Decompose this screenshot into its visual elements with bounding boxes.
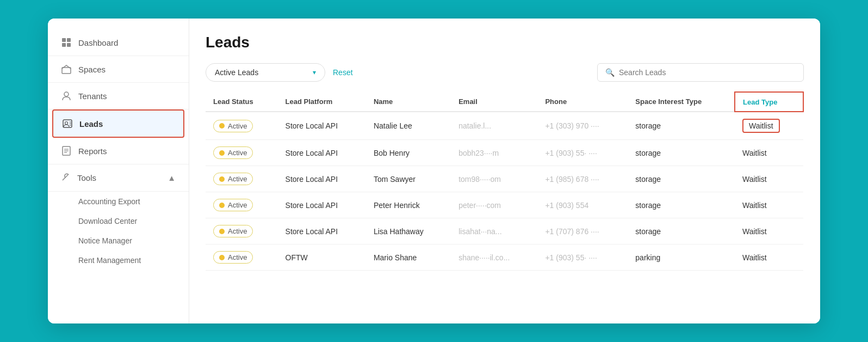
cell-name: Bob Henry xyxy=(366,140,451,166)
status-badge: Active xyxy=(213,120,253,132)
status-badge: Active xyxy=(213,199,253,211)
cell-platform: Store Local API xyxy=(278,166,366,192)
sidebar-item-leads-label: Leads xyxy=(79,119,103,129)
status-dot-icon xyxy=(219,255,225,260)
cell-lead-type: Waitlist xyxy=(735,192,803,218)
lead-type-waitlist-highlighted: Waitlist xyxy=(742,119,780,133)
status-dot-icon xyxy=(219,176,225,182)
status-badge: Active xyxy=(213,146,253,159)
search-icon: 🔍 xyxy=(605,68,615,77)
table-row[interactable]: ActiveStore Local APIPeter Henrickpeter·… xyxy=(206,192,803,218)
sidebar-item-dashboard[interactable]: Dashboard xyxy=(48,29,189,56)
cell-phone: +1 (903) 554 xyxy=(537,192,628,218)
cell-lead-type: Waitlist xyxy=(735,218,803,245)
page-title: Leads xyxy=(206,34,804,51)
table-row[interactable]: ActiveStore Local APITom Sawyertom98····… xyxy=(206,166,803,192)
cell-email: tom98·····om xyxy=(451,166,537,192)
cell-lead-type: Waitlist xyxy=(735,140,803,166)
status-badge: Active xyxy=(213,173,253,185)
cell-status: Active xyxy=(206,218,278,245)
cell-phone: +1 (707) 876 ···· xyxy=(537,218,628,245)
status-dot-icon xyxy=(219,203,225,208)
cell-phone: +1 (985) 678 ···· xyxy=(537,166,628,192)
search-input[interactable] xyxy=(619,68,796,77)
svg-point-7 xyxy=(65,122,68,125)
status-badge: Active xyxy=(213,251,253,264)
cell-email: peter·····com xyxy=(451,192,537,218)
sidebar-item-tools[interactable]: Tools ▲ xyxy=(48,164,189,192)
status-dot-icon xyxy=(219,150,225,156)
cell-space-type: storage xyxy=(628,112,735,140)
sidebar-sub-rent[interactable]: Rent Management xyxy=(48,251,189,270)
sidebar-item-dashboard-label: Dashboard xyxy=(78,38,118,47)
status-dot-icon xyxy=(219,123,225,129)
svg-rect-0 xyxy=(62,38,66,42)
cell-space-type: storage xyxy=(628,140,735,166)
cell-status: Active xyxy=(206,245,278,271)
dashboard-icon xyxy=(61,37,72,48)
cell-platform: Store Local API xyxy=(278,218,366,245)
cell-phone: +1 (903) 55· ···· xyxy=(537,245,628,271)
tenants-icon xyxy=(61,90,72,101)
reports-icon xyxy=(61,145,72,156)
cell-status: Active xyxy=(206,112,278,140)
table-row[interactable]: ActiveStore Local APINatalie Leenatalie.… xyxy=(206,112,803,140)
cell-platform: Store Local API xyxy=(278,140,366,166)
table-row[interactable]: ActiveStore Local APILisa Hathawaylisaha… xyxy=(206,218,803,245)
cell-email: lisahat···na... xyxy=(451,218,537,245)
svg-rect-2 xyxy=(62,43,66,47)
sidebar-sub-download[interactable]: Download Center xyxy=(48,211,189,231)
cell-status: Active xyxy=(206,140,278,166)
cell-email: shane·····il.co... xyxy=(451,245,537,271)
table-header-row: Lead Status Lead Platform Name Email Pho… xyxy=(206,92,803,112)
filter-label: Active Leads xyxy=(215,68,258,77)
table-row[interactable]: ActiveOFTWMario Shaneshane·····il.co...+… xyxy=(206,245,803,271)
search-box: 🔍 xyxy=(597,63,804,82)
svg-point-5 xyxy=(64,92,69,96)
cell-name: Tom Sawyer xyxy=(366,166,451,192)
sidebar-item-spaces-label: Spaces xyxy=(78,65,106,74)
cell-status: Active xyxy=(206,166,278,192)
spaces-icon xyxy=(61,64,72,75)
cell-platform: OFTW xyxy=(278,245,366,271)
table-row[interactable]: ActiveStore Local APIBob Henrybobh23····… xyxy=(206,140,803,166)
col-lead-type: Lead Type xyxy=(735,92,803,112)
col-space-interest-type: Space Interest Type xyxy=(628,92,735,112)
toolbar: Active Leads ▾ Reset 🔍 xyxy=(206,63,804,82)
cell-lead-type: Waitlist xyxy=(735,166,803,192)
sidebar-item-leads[interactable]: Leads xyxy=(52,109,184,138)
sidebar-item-tenants[interactable]: Tenants xyxy=(48,83,189,109)
cell-name: Natalie Lee xyxy=(366,112,451,140)
sidebar-item-reports[interactable]: Reports xyxy=(48,138,189,164)
cell-space-type: storage xyxy=(628,192,735,218)
sidebar-sub-notice[interactable]: Notice Manager xyxy=(48,231,189,251)
main-content: Leads Active Leads ▾ Reset 🔍 Lead Status… xyxy=(189,19,820,323)
cell-phone: +1 (903) 55· ···· xyxy=(537,140,628,166)
col-email: Email xyxy=(451,92,537,112)
status-badge: Active xyxy=(213,225,253,237)
sidebar-item-tools-label: Tools xyxy=(77,173,96,182)
cell-platform: Store Local API xyxy=(278,192,366,218)
cell-name: Peter Henrick xyxy=(366,192,451,218)
cell-name: Lisa Hathaway xyxy=(366,218,451,245)
col-name: Name xyxy=(366,92,451,112)
svg-rect-4 xyxy=(62,68,71,74)
cell-email: bobh23····m xyxy=(451,140,537,166)
cell-space-type: storage xyxy=(628,218,735,245)
sidebar-item-tenants-label: Tenants xyxy=(78,91,107,101)
tools-icon xyxy=(61,172,71,184)
filter-dropdown[interactable]: Active Leads ▾ xyxy=(206,63,325,82)
col-phone: Phone xyxy=(537,92,628,112)
sidebar-item-reports-label: Reports xyxy=(78,146,107,156)
sidebar-sub-accounting[interactable]: Accounting Export xyxy=(48,192,189,211)
tools-chevron-icon: ▲ xyxy=(168,173,176,182)
col-lead-status: Lead Status xyxy=(206,92,278,112)
cell-platform: Store Local API xyxy=(278,112,366,140)
reset-button[interactable]: Reset xyxy=(333,68,353,77)
sidebar: Dashboard Spaces Tenants xyxy=(48,19,189,323)
svg-rect-1 xyxy=(67,38,71,42)
sidebar-item-spaces[interactable]: Spaces xyxy=(48,56,189,83)
chevron-down-icon: ▾ xyxy=(313,69,316,76)
leads-table: Lead Status Lead Platform Name Email Pho… xyxy=(206,91,804,271)
cell-phone: +1 (303) 970 ···· xyxy=(537,112,628,140)
